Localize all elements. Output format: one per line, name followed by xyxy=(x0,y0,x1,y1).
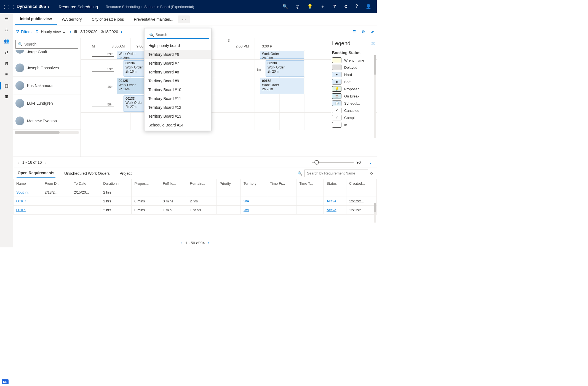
lightbulb-icon[interactable]: 💡 xyxy=(307,4,313,10)
link-cell[interactable]: WA xyxy=(244,208,249,212)
legend-panel: Legend✕ Booking Status Wrench timeDelaye… xyxy=(331,39,375,128)
board-option[interactable]: Territory Board #6 xyxy=(145,50,211,59)
board-option[interactable]: Territory Board #7 xyxy=(145,59,211,68)
board-option[interactable]: Territory Board #13 xyxy=(145,112,211,121)
close-icon[interactable]: ✕ xyxy=(371,41,375,47)
search-icon[interactable]: 🔍 xyxy=(282,4,288,10)
board-option[interactable]: Territory Board #10 xyxy=(145,85,211,94)
table-row[interactable]: Southri...2/13/2...2/15/20...2 hrs xyxy=(14,188,377,197)
link-cell[interactable]: Active xyxy=(327,208,336,212)
document-icon[interactable]: 🗎 xyxy=(0,61,13,66)
board-option[interactable]: Territory Board #8 xyxy=(145,68,211,76)
column-header[interactable]: Duration ↑ xyxy=(100,179,132,188)
list-view-icon[interactable]: ☲ xyxy=(352,30,356,34)
board-option[interactable]: Schedule Board #14 xyxy=(145,121,211,129)
column-header[interactable]: Time Fr... xyxy=(267,179,296,188)
task-icon[interactable]: ◎ xyxy=(296,4,300,10)
settings-icon[interactable]: ⚙ xyxy=(344,4,348,10)
list-icon[interactable]: ≡ xyxy=(0,72,13,77)
tab-3[interactable]: Preventative mainten... xyxy=(129,14,178,24)
bottom-tab[interactable]: Unscheduled Work Orders xyxy=(63,170,111,177)
page-prev-icon[interactable]: ‹ xyxy=(18,160,19,165)
bottom-tab[interactable]: Project xyxy=(119,170,133,177)
table-row[interactable]: 001072 hrs0 mins0 mins2 hrsWAActive12/12… xyxy=(14,197,377,206)
app-launcher-icon[interactable]: ⋮⋮⋮ xyxy=(2,4,15,9)
column-header[interactable]: Fulfille... xyxy=(160,179,187,188)
column-header[interactable]: Propos... xyxy=(132,179,160,188)
date-prev-button[interactable]: ‹ xyxy=(70,30,71,34)
vertical-scrollbar[interactable] xyxy=(374,203,376,223)
calendar-icon[interactable]: 🗓 xyxy=(0,94,13,99)
refresh-icon[interactable]: ⟳ xyxy=(371,30,374,34)
tab-0[interactable]: Initial public view xyxy=(15,14,57,25)
bottom-tab[interactable]: Open Requirements xyxy=(17,169,55,178)
link-cell[interactable]: WA xyxy=(244,199,249,203)
table-row[interactable]: 001092 hrs0 mins1 min1 hr 59WAActive12/1… xyxy=(14,206,377,215)
zoom-slider[interactable] xyxy=(312,162,354,163)
page-range-label: 1 - 50 of 94 xyxy=(185,241,205,245)
board-settings-icon[interactable]: ⚙ xyxy=(362,30,365,34)
board-search-input[interactable]: 🔍 xyxy=(147,31,209,39)
resource-name: Jorge Gault xyxy=(27,50,47,54)
resource-row[interactable]: Matthew Everson xyxy=(13,112,81,130)
column-header[interactable]: Created... xyxy=(346,179,376,188)
column-header[interactable]: Priority xyxy=(217,179,241,188)
booking-block[interactable]: 00138Work Order2h 20m xyxy=(266,60,304,76)
column-header[interactable]: Territory xyxy=(241,179,267,188)
home-icon[interactable]: ⌂ xyxy=(0,27,13,32)
chevron-down-icon: ⌄ xyxy=(62,30,66,34)
column-header[interactable]: Status xyxy=(324,179,346,188)
legend-badge xyxy=(332,122,341,128)
resource-row[interactable]: Kris Nakamura xyxy=(13,77,81,94)
view-mode-picker[interactable]: 🗓Hourly view⌄ xyxy=(35,30,66,34)
filters-button[interactable]: ⧩Filters xyxy=(16,29,31,34)
page-next-icon[interactable]: › xyxy=(208,241,209,245)
legend-row: ●Hard xyxy=(331,71,375,78)
user-icon[interactable]: 👤 xyxy=(366,4,371,10)
avatar xyxy=(15,99,24,108)
column-header[interactable]: Remain... xyxy=(187,179,217,188)
brand-label[interactable]: Dynamics 365▼ xyxy=(15,4,53,9)
tab-more[interactable]: ⋯ xyxy=(178,15,190,23)
resource-row[interactable]: Jorge Gault xyxy=(13,50,81,59)
filter-icon[interactable]: ⧩ xyxy=(333,4,336,10)
date-next-button[interactable]: › xyxy=(121,30,122,34)
resource-row[interactable]: Joseph Gonsalves xyxy=(13,59,81,77)
legend-row: Wrench time xyxy=(331,57,375,64)
schedule-day-icon[interactable]: ▥ xyxy=(0,83,13,88)
board-option[interactable]: High priority board xyxy=(145,41,211,50)
page-next-icon[interactable]: › xyxy=(45,160,47,165)
column-header[interactable]: Name xyxy=(14,179,42,188)
board-option[interactable]: Territory Board #11 xyxy=(145,94,211,103)
requirement-search-input[interactable] xyxy=(304,170,368,177)
horizontal-scrollbar[interactable] xyxy=(15,131,79,134)
org-icon[interactable]: ⇄ xyxy=(0,50,13,55)
column-header[interactable]: Time T... xyxy=(296,179,324,188)
add-icon[interactable]: ＋ xyxy=(320,4,325,10)
board-option[interactable]: Territory Board #12 xyxy=(145,103,211,112)
link-cell[interactable]: 00107 xyxy=(16,199,26,203)
module-label[interactable]: Resource Scheduling xyxy=(53,4,104,9)
people-icon[interactable]: 👥 xyxy=(0,38,13,44)
link-cell[interactable]: Active xyxy=(327,199,336,203)
hamburger-icon[interactable]: ☰ xyxy=(0,16,13,21)
help-icon[interactable]: ? xyxy=(356,4,358,10)
refresh-icon[interactable]: ⟳ xyxy=(370,171,373,176)
link-cell[interactable]: Southri... xyxy=(16,190,31,194)
booking-block[interactable]: 00158Work Order2h 26m xyxy=(260,78,304,94)
legend-badge: ● xyxy=(332,72,341,77)
resource-row[interactable]: Luke Lundgren xyxy=(13,94,81,112)
tab-1[interactable]: WA territory xyxy=(57,14,87,24)
column-header[interactable]: From D... xyxy=(42,179,71,188)
column-header[interactable]: To Date xyxy=(71,179,100,188)
tab-2[interactable]: City of Seattle jobs xyxy=(87,14,129,24)
expand-icon[interactable]: ⌄ xyxy=(369,160,372,165)
booking-block[interactable]: Work Order2h 31m xyxy=(260,51,304,59)
date-range-label[interactable]: 3/12/2020 - 3/18/2020 xyxy=(80,30,118,34)
link-cell[interactable]: 00109 xyxy=(16,208,26,212)
search-icon[interactable]: 🔍 xyxy=(298,171,302,176)
resource-search-input[interactable]: 🔍 xyxy=(15,40,78,49)
vertical-scrollbar[interactable] xyxy=(374,55,376,138)
page-prev-icon[interactable]: ‹ xyxy=(181,241,182,245)
board-option[interactable]: Territory Board #9 xyxy=(145,76,211,85)
